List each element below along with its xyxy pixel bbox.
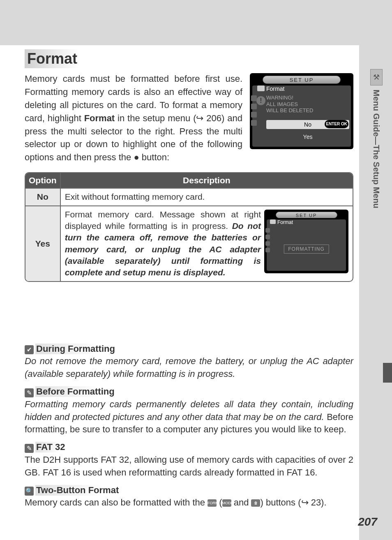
format-badge-icon: FORMAT [208,499,217,507]
camera-icon [265,235,270,239]
screenshot-subtitle: Format [266,85,284,92]
mode-icon: MODE [222,499,231,507]
magnifier-icon: 🔍 [25,487,34,496]
description-cell-yes: Format memory card. Message shown at rig… [60,206,353,281]
option-yes: Yes [266,132,349,141]
wrench-icon [265,248,270,252]
screenshot2-side-icons [265,226,271,254]
play-icon [251,95,257,101]
option-cell-yes: Yes [25,206,60,281]
camera-icon [251,104,257,109]
screenshot-side-icons [251,93,258,128]
note-heading: During Formatting [35,344,117,354]
notes-section: ✔During FormattingDo not remove the memo… [25,344,353,509]
screenshot2-format-label: Format [277,219,293,225]
pencil-icon [265,241,270,246]
screenshot-title: SET UP [263,76,341,84]
play-icon [265,228,270,233]
warning-text: WARNING! ALL IMAGES WILL BE DELETED [266,95,313,114]
wrench-icon [251,120,257,126]
page-number: 207 [358,515,377,528]
screenshot2-title: SET UP [276,212,337,218]
note-heading: Before Formatting [35,386,116,397]
page-content: Format Memory cards must be formatted be… [25,49,353,509]
pencil-icon: ✎ [25,388,34,397]
thumb-index-mark [383,363,392,383]
note-body: The D2H supports FAT 32, allowing use of… [25,454,353,479]
enter-ok-badge: ENTER OK [325,120,348,128]
table-row: Yes Format memory card. Message shown at… [25,206,353,281]
trash-icon: 🗑 [251,499,260,507]
col-header-option: Option [25,173,60,188]
note-block: ✔During FormattingDo not remove the memo… [25,344,353,381]
table-row: No Exit without formatting memory card. [25,188,353,205]
note-body: Do not remove the memory card, remove th… [25,355,353,381]
options-table: Option Description No Exit without forma… [25,172,353,282]
side-tab: ⚒ Menu Guide—The Setup Menu [368,69,385,270]
intro-paragraph: Memory cards must be formatted before fi… [25,72,242,164]
note-block: ✎Before FormattingFormatting memory card… [25,386,353,436]
page-title: Format [25,49,115,68]
camera-screenshot-formatting: SET UP Format [264,210,348,273]
option-cell-no: No [25,188,60,205]
wrench-tab-icon: ⚒ [370,69,383,85]
note-block: ✎FAT 32The D2H supports FAT 32, allowing… [25,442,353,479]
side-tab-label: Menu Guide—The Setup Menu [368,90,381,213]
check-icon: ✔ [25,345,34,354]
note-block: 🔍Two-Button FormatMemory cards can also … [25,485,353,510]
col-header-description: Description [60,173,353,188]
description-cell-no: Exit without formatting memory card. [60,188,353,205]
camera-screenshot-format-menu: SET UP Format ! WARNING! ALL IMAGES WILL… [250,73,353,149]
format-icon [270,219,276,224]
pencil-icon [251,112,257,118]
note-body: Memory cards can also be formatted with … [25,496,353,509]
note-heading: Two-Button Format [35,485,120,496]
note-heading: FAT 32 [35,442,67,452]
formatting-progress-box: FORMATTING [284,245,329,254]
format-icon [257,85,265,91]
pencil-icon: ✎ [25,444,34,453]
note-body: Formatting memory cards permanently dele… [25,398,353,436]
